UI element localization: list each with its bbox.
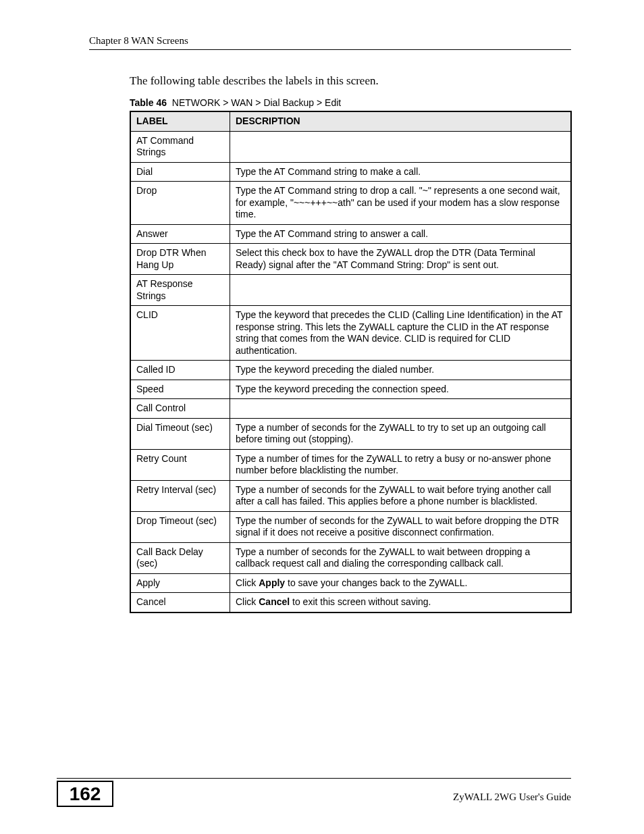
table-row: Speed Type the keyword preceding the con…	[130, 380, 571, 399]
row-description: Click Cancel to exit this screen without…	[230, 593, 572, 613]
column-header-description: DESCRIPTION	[230, 111, 572, 131]
table-row: CLID Type the keyword that precedes the …	[130, 306, 571, 361]
row-description: Type the keyword preceding the dialed nu…	[230, 361, 572, 380]
table-row: Drop Timeout (sec) Type the number of se…	[130, 511, 571, 542]
table-row: Retry Count Type a number of times for t…	[130, 449, 571, 480]
running-header: Chapter 8 WAN Screens	[89, 35, 571, 47]
intro-paragraph: The following table describes the labels…	[130, 74, 571, 88]
table-row: AT Command Strings	[130, 131, 571, 162]
table-row: Call Control	[130, 399, 571, 419]
page-number: 162	[57, 781, 113, 807]
table-row: Dial Timeout (sec) Type a number of seco…	[130, 418, 571, 449]
guide-title: ZyWALL 2WG User's Guide	[453, 791, 571, 807]
row-label: Drop DTR When Hang Up	[130, 244, 230, 275]
row-label: AT Response Strings	[130, 275, 230, 306]
row-description: Select this check box to have the ZyWALL…	[230, 244, 572, 275]
footer-rule	[57, 778, 571, 779]
row-label: Cancel	[130, 593, 230, 613]
row-description: Type a number of seconds for the ZyWALL …	[230, 418, 572, 449]
row-label: Called ID	[130, 361, 230, 380]
page-footer: 162 ZyWALL 2WG User's Guide	[0, 778, 644, 807]
row-label: Dial Timeout (sec)	[130, 418, 230, 449]
table-row: Drop DTR When Hang Up Select this check …	[130, 244, 571, 275]
row-label: AT Command Strings	[130, 131, 230, 162]
table-row: Drop Type the AT Command string to drop …	[130, 182, 571, 225]
row-description: Type the keyword that precedes the CLID …	[230, 306, 572, 361]
header-rule	[89, 49, 571, 50]
row-description: Type the AT Command string to drop a cal…	[230, 182, 572, 225]
table-row: Call Back Delay (sec) Type a number of s…	[130, 542, 571, 573]
table-caption: Table 46 NETWORK > WAN > Dial Backup > E…	[130, 97, 571, 108]
table-row: Retry Interval (sec) Type a number of se…	[130, 480, 571, 511]
row-description: Click Apply to save your changes back to…	[230, 573, 572, 593]
row-label: Answer	[130, 224, 230, 244]
row-description	[230, 399, 572, 419]
table-row: Apply Click Apply to save your changes b…	[130, 573, 571, 593]
row-label: Apply	[130, 573, 230, 593]
column-header-label: LABEL	[130, 111, 230, 131]
row-description	[230, 275, 572, 306]
table-caption-text: NETWORK > WAN > Dial Backup > Edit	[172, 97, 341, 108]
table-row: Answer Type the AT Command string to ans…	[130, 224, 571, 244]
row-label: Speed	[130, 380, 230, 399]
row-description: Type a number of seconds for the ZyWALL …	[230, 480, 572, 511]
table-row: Called ID Type the keyword preceding the…	[130, 361, 571, 380]
row-label: Call Back Delay (sec)	[130, 542, 230, 573]
row-label: Drop	[130, 182, 230, 225]
row-description	[230, 131, 572, 162]
row-description: Type a number of seconds for the ZyWALL …	[230, 542, 572, 573]
row-label: Retry Interval (sec)	[130, 480, 230, 511]
table-row: AT Response Strings	[130, 275, 571, 306]
table-row: Cancel Click Cancel to exit this screen …	[130, 593, 571, 613]
row-description: Type the number of seconds for the ZyWAL…	[230, 511, 572, 542]
table-caption-label: Table 46	[130, 97, 167, 108]
row-label: CLID	[130, 306, 230, 361]
row-label: Dial	[130, 162, 230, 182]
row-description: Type a number of times for the ZyWALL to…	[230, 449, 572, 480]
labels-description-table: LABEL DESCRIPTION AT Command Strings Dia…	[130, 111, 572, 613]
row-label: Retry Count	[130, 449, 230, 480]
row-description: Type the AT Command string to answer a c…	[230, 224, 572, 244]
row-description: Type the AT Command string to make a cal…	[230, 162, 572, 182]
row-description: Type the keyword preceding the connectio…	[230, 380, 572, 399]
table-header-row: LABEL DESCRIPTION	[130, 111, 571, 131]
table-row: Dial Type the AT Command string to make …	[130, 162, 571, 182]
row-label: Drop Timeout (sec)	[130, 511, 230, 542]
row-label: Call Control	[130, 399, 230, 419]
